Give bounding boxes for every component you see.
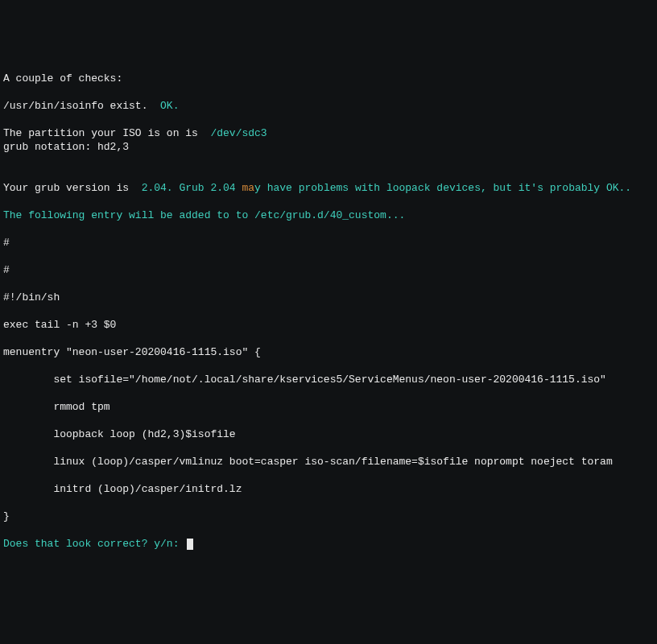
- closing-brace: }: [3, 510, 654, 523]
- loopback-line: loopback loop (hd2,3)$isofile: [3, 427, 654, 441]
- isoinfo-check: /usr/bin/isoinfo exist. OK.: [3, 100, 179, 112]
- prompt-line[interactable]: Does that look correct? y/n:: [3, 538, 193, 550]
- entry-header: The following entry will be added to to …: [3, 208, 654, 222]
- script-line: exec tail -n +3 $0: [3, 318, 654, 332]
- menuentry-line: menuentry "neon-user-20200416-1115.iso" …: [3, 345, 654, 359]
- rmmod-line: rmmod tpm: [3, 400, 654, 414]
- partition-line: The partition your ISO is on is /dev/sdc…: [3, 127, 267, 139]
- initrd-line: initrd (loop)/casper/initrd.lz: [3, 482, 654, 496]
- script-line: #: [3, 236, 654, 250]
- grub-notation: grub notation: hd2,3: [3, 140, 654, 154]
- cursor-icon: [187, 539, 193, 550]
- isofile-line: set isofile="/home/not/.local/share/kser…: [3, 373, 654, 386]
- terminal-output[interactable]: A couple of checks: /usr/bin/isoinfo exi…: [3, 58, 654, 644]
- check-header: A couple of checks:: [3, 72, 654, 85]
- script-line: #: [3, 263, 654, 277]
- grub-version-line: Your grub version is 2.04. Grub 2.04 may…: [3, 182, 631, 194]
- linux-line: linux (loop)/casper/vmlinuz boot=casper …: [3, 455, 654, 469]
- script-line: #!/bin/sh: [3, 291, 654, 304]
